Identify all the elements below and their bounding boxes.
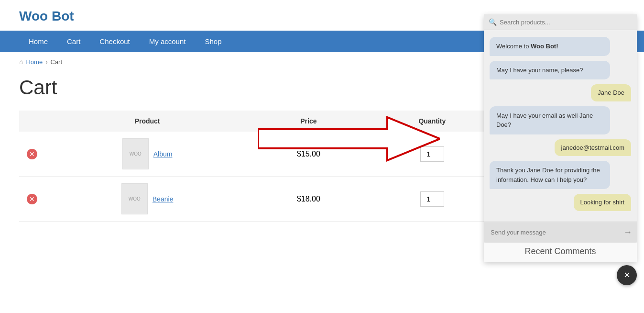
breadcrumb-separator: ›	[45, 58, 47, 66]
remove-cell: ✕	[19, 177, 45, 222]
col-remove	[19, 111, 45, 132]
home-icon: ⌂	[19, 58, 23, 66]
product-thumbnail: WOO	[121, 183, 148, 214]
chat-messages: Welcome to Woo Bot! May I have your name…	[484, 30, 637, 222]
remove-button[interactable]: ✕	[27, 194, 37, 204]
bot-message-3: May I have your email as well Jane Doe?	[490, 106, 610, 134]
quantity-cell	[368, 177, 497, 222]
send-button[interactable]: →	[623, 227, 632, 237]
col-quantity: Quantity	[368, 111, 497, 132]
chat-input-row: →	[484, 222, 637, 243]
col-product: Product	[45, 111, 250, 132]
close-icon: ✕	[623, 270, 631, 280]
bot-message-1: Welcome to Woo Bot!	[490, 37, 610, 56]
user-message-2: janedoe@testmail.com	[555, 139, 631, 156]
quantity-input-0[interactable]	[420, 146, 444, 162]
remove-button[interactable]: ✕	[27, 149, 37, 159]
recent-comments-label: Recent Comments	[484, 243, 637, 262]
price-cell: $15.00	[250, 132, 367, 177]
price-cell: $18.00	[250, 177, 367, 222]
nav-item-home[interactable]: Home	[19, 31, 57, 52]
product-link-album[interactable]: Album	[153, 150, 173, 158]
chat-search-bar: 🔍	[484, 14, 637, 30]
nav-item-myaccount[interactable]: My account	[140, 31, 196, 52]
nav-item-cart[interactable]: Cart	[57, 31, 90, 52]
product-thumbnail: WOO	[122, 138, 149, 169]
col-price: Price	[250, 111, 367, 132]
breadcrumb-current: Cart	[51, 58, 63, 66]
product-cell: WOO Beanie	[45, 177, 250, 222]
chat-input[interactable]	[489, 224, 623, 241]
thumbnail-label: WOO	[130, 151, 142, 156]
chat-widget: 🔍 Welcome to Woo Bot! May I have your na…	[484, 14, 637, 262]
product-cell: WOO Album	[45, 132, 250, 177]
quantity-input-1[interactable]	[420, 191, 444, 207]
remove-cell: ✕	[19, 132, 45, 177]
nav-item-shop[interactable]: Shop	[195, 31, 231, 52]
user-message-3: Looking for shirt	[574, 194, 632, 211]
search-input[interactable]	[500, 19, 632, 26]
page-wrapper: Woo Bot Home Cart Checkout My account Sh…	[0, 0, 644, 313]
bot-message-4: Thank you Jane Doe for providing the inf…	[490, 161, 610, 189]
nav-item-checkout[interactable]: Checkout	[90, 31, 139, 52]
bot-message-2: May I have your name, please?	[490, 61, 610, 80]
user-message-1: Jane Doe	[591, 84, 631, 101]
search-icon: 🔍	[489, 18, 497, 26]
quantity-cell	[368, 132, 497, 177]
breadcrumb-home-link[interactable]: Home	[26, 58, 43, 66]
thumbnail-label: WOO	[129, 196, 141, 201]
close-chat-button[interactable]: ✕	[617, 265, 637, 285]
product-link-beanie[interactable]: Beanie	[153, 195, 174, 203]
